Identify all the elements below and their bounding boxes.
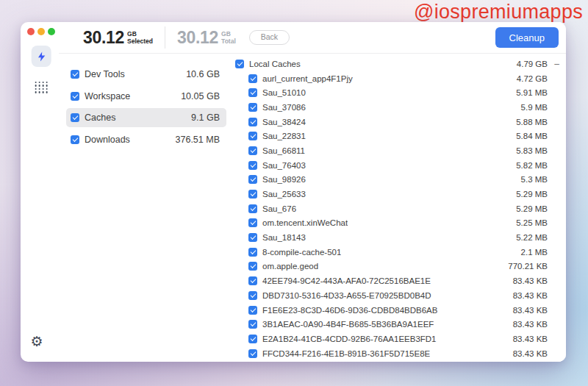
file-name: Sau_51010 [262,88,306,97]
file-row[interactable]: Sau_66811 5.83 MB [235,143,559,158]
file-row[interactable]: 42EE794-9C42-443A-AFA0-72C2516BAE1E 83.4… [235,274,559,288]
checkbox-checked[interactable] [248,349,257,358]
checkbox-checked[interactable] [248,204,257,213]
checkbox-checked[interactable] [248,306,257,315]
file-name: Sau_18143 [262,233,306,242]
file-name: Sau_22831 [262,132,306,140]
category-row[interactable]: Workspace 10.05 GB [66,87,226,106]
file-name: 3B1AEAC-0A90-4B4F-B685-5B36BA9A1EEF [262,320,434,329]
file-size: 5.83 MB [516,146,548,155]
total-size-unit: GB Total [221,30,236,45]
traffic-lights [27,28,55,35]
file-row[interactable]: DBD7310-5316-4D33-A655-E70925BD0B4D 83.4… [235,288,559,303]
file-size: 4.72 GB [517,74,548,83]
file-row[interactable]: aurl_current_app4F1Pjy 4.72 GB [235,71,559,86]
selected-size-stat: 30.12 GB Selected [83,28,153,48]
file-row[interactable]: Sau_676 5.29 MB [235,201,559,216]
file-name: Sau_25633 [262,190,306,199]
checkbox-checked[interactable] [248,88,257,97]
app-window: ⚙ 30.12 GB Selected 30.12 GB Total Back … [21,22,566,362]
checkbox-checked[interactable] [248,320,257,329]
category-row[interactable]: Caches 9.1 GB [66,108,226,127]
checkbox-checked[interactable] [248,248,257,257]
checkbox-checked[interactable] [71,113,79,122]
selected-size-unit: GB Selected [127,30,153,45]
file-row[interactable]: FFCD344-F216-4E1B-891B-361F5D715E8E 83.4… [235,346,559,361]
checkbox-checked[interactable] [248,175,257,184]
file-row[interactable]: F1E6E23-8C3D-46D6-9D36-CDBD84BDB6AB 83.4… [235,303,559,318]
checkbox-checked[interactable] [248,103,257,112]
settings-button[interactable]: ⚙ [21,335,53,349]
file-size: 2.1 MB [521,248,548,257]
file-size: 5.25 MB [516,218,548,227]
checkbox-checked[interactable] [248,161,257,170]
file-row[interactable]: Sau_76403 5.82 MB [235,158,559,173]
category-label: Caches [85,112,115,123]
category-label: Workspace [85,91,130,101]
header-bar: 30.12 GB Selected 30.12 GB Total Back Cl… [59,22,566,54]
file-list: Local Caches 4.79 GB – aurl_current_app4… [235,54,566,362]
file-name: FFCD344-F216-4E1B-891B-361F5D715E8E [262,349,430,358]
file-row[interactable]: om.tencent.xinWeChat 5.25 MB [235,216,559,231]
file-name: 8-compile-cache-501 [262,248,341,257]
collapse-toggle[interactable]: – [548,59,559,69]
file-row[interactable]: 3B1AEAC-0A90-4B4F-B685-5B36BA9A1EEF 83.4… [235,317,559,332]
rail-item-quick-clean[interactable] [32,46,51,67]
file-size: 5.84 MB [516,132,548,140]
checkbox-checked[interactable] [235,60,244,68]
grid-dots-icon [35,82,48,93]
file-row[interactable]: om.apple.geod 770.21 KB [235,260,559,274]
checkbox-checked[interactable] [71,92,79,101]
checkbox-checked[interactable] [248,190,257,199]
category-size: 10.6 GB [186,69,220,79]
file-row[interactable]: E2A1B24-41CB-4CDD-92B6-76AA1EEB3FD1 83.4… [235,332,559,346]
category-row[interactable]: Downloads 376.51 MB [66,130,226,149]
file-row[interactable]: Sau_22831 5.84 MB [235,129,559,143]
file-size: 5.3 MB [521,175,548,184]
file-size: 5.82 MB [516,161,548,170]
checkbox-checked[interactable] [248,74,257,83]
checkbox-checked[interactable] [248,146,257,155]
back-button[interactable]: Back [249,30,290,45]
rail-item-apps[interactable] [32,76,51,98]
file-row[interactable]: Sau_25633 5.29 MB [235,187,559,201]
checkbox-checked[interactable] [248,262,257,271]
cleanup-button[interactable]: Cleanup [495,27,559,48]
file-row[interactable]: Sau_18143 5.22 MB [235,230,559,245]
zoom-button[interactable] [48,28,55,35]
file-size: 83.43 KB [513,335,548,343]
file-row[interactable]: Local Caches 4.79 GB – [235,57,559,71]
checkbox-checked[interactable] [248,233,257,242]
checkbox-checked[interactable] [248,132,257,140]
file-row[interactable]: Sau_37086 5.9 MB [235,100,559,115]
category-row[interactable]: Dev Tools 10.6 GB [66,65,226,84]
checkbox-checked[interactable] [248,335,257,343]
file-row[interactable]: 8-compile-cache-501 2.1 MB [235,245,559,260]
file-size: 83.43 KB [513,306,548,315]
file-row[interactable]: Sau_51010 5.91 MB [235,85,559,100]
gear-icon: ⚙ [30,333,43,349]
file-name: om.tencent.xinWeChat [262,218,348,227]
minimize-button[interactable] [37,28,45,35]
category-size: 376.51 MB [176,135,220,145]
file-size: 5.88 MB [516,118,548,126]
checkbox-checked[interactable] [71,70,79,79]
checkbox-checked[interactable] [248,276,257,285]
file-size: 5.29 MB [516,190,548,199]
file-row[interactable]: Sau_98926 5.3 MB [235,173,559,187]
file-size: 83.43 KB [513,291,548,300]
file-size: 5.91 MB [516,88,548,97]
file-name: DBD7310-5316-4D33-A655-E70925BD0B4D [262,291,431,300]
total-size-value: 30.12 [177,28,218,48]
checkbox-checked[interactable] [248,118,257,126]
checkbox-checked[interactable] [248,291,257,300]
checkbox-checked[interactable] [71,135,79,144]
close-button[interactable] [27,28,35,35]
file-name: Sau_37086 [262,103,306,112]
file-row[interactable]: Sau_38424 5.88 MB [235,115,559,129]
checkbox-checked[interactable] [248,218,257,227]
file-size: 5.29 MB [516,204,548,213]
file-name: 42EE794-9C42-443A-AFA0-72C2516BAE1E [262,276,431,285]
file-size: 5.9 MB [521,103,548,112]
watermark: @iospremiumapps [414,1,583,24]
